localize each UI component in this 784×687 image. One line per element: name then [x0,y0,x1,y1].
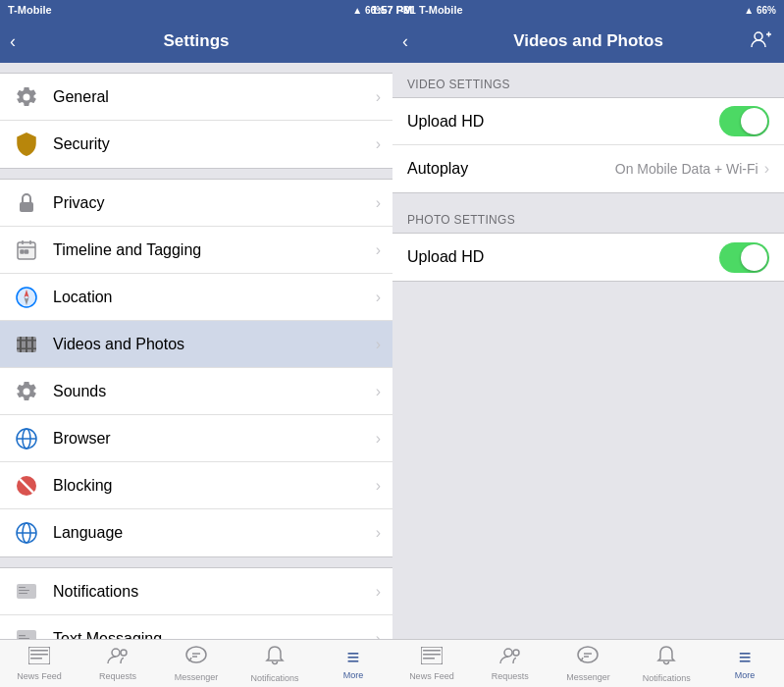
right-time: 1:57 PM [372,4,413,16]
right-tab-requests[interactable]: Requests [471,640,549,687]
news-feed-tab-icon [28,647,50,669]
svg-rect-32 [19,638,29,639]
svg-rect-36 [30,658,42,660]
svg-rect-33 [28,647,50,664]
location-label: Location [53,289,376,306]
svg-rect-5 [21,250,24,253]
right-requests-tab-icon [499,647,521,669]
left-nav-bar: ‹ Settings [0,20,392,63]
left-back-button[interactable]: ‹ [10,31,16,52]
lock-icon [12,188,41,218]
settings-item-general[interactable]: General › [0,74,392,121]
messenger-tab-icon [185,646,207,670]
settings-group-1: General › Security › [0,73,392,169]
photo-upload-hd-item: Upload HD [392,234,784,281]
video-upload-hd-knob [741,108,767,134]
film-icon [12,330,41,359]
general-label: General [53,88,376,106]
right-tab-notifications[interactable]: Notifications [627,640,706,687]
photo-upload-hd-knob [741,244,767,271]
notifications-icon [12,577,41,607]
right-signal: ▲ 66% [744,5,776,16]
svg-rect-28 [19,593,27,594]
svg-rect-14 [20,337,22,352]
left-tab-bar: News Feed Requests [0,639,392,687]
left-status-bar: T-Mobile 1:57 PM ▲ 66% [0,0,392,20]
requests-tab-label: Requests [99,671,136,681]
sounds-chevron: › [376,383,381,400]
right-messenger-tab-label: Messenger [566,672,610,682]
block-icon [12,471,41,501]
tab-notifications[interactable]: Notifications [235,640,314,687]
right-more-tab-icon: ≡ [739,647,752,668]
settings-group-2: Privacy › Timeline and Tagging › [0,179,392,557]
news-feed-tab-label: News Feed [17,671,62,681]
settings-item-sounds[interactable]: Sounds › [0,368,392,415]
text-messaging-label: Text Messaging [53,630,376,639]
svg-rect-35 [30,654,48,656]
right-notifications-tab-label: Notifications [643,673,691,683]
svg-point-50 [513,650,519,656]
tab-more[interactable]: ≡ More [314,640,392,687]
right-nav-title: Videos and Photos [513,31,663,51]
right-news-feed-tab-label: News Feed [409,671,454,681]
right-tab-news-feed[interactable]: News Feed [392,640,471,687]
right-panel: -91 T-Mobile 1:57 PM ▲ 66% ‹ Videos and … [392,0,784,687]
right-news-feed-tab-icon [421,647,443,669]
svg-rect-29 [17,630,36,639]
settings-item-videos[interactable]: Videos and Photos › [0,321,392,368]
autoplay-item[interactable]: Autoplay On Mobile Data + Wi-Fi › [392,145,784,192]
settings-item-text-messaging[interactable]: Text Messaging › [0,615,392,639]
video-upload-hd-toggle[interactable] [719,106,769,136]
notifications-label: Notifications [53,583,376,601]
settings-item-timeline[interactable]: Timeline and Tagging › [0,227,392,274]
settings-item-language[interactable]: Language › [0,509,392,556]
settings-item-blocking[interactable]: Blocking › [0,462,392,509]
svg-point-49 [504,649,512,657]
right-tab-messenger[interactable]: Messenger [549,640,628,687]
svg-rect-31 [19,635,26,636]
blocking-label: Blocking [53,477,376,495]
svg-rect-16 [26,337,27,352]
tab-news-feed[interactable]: News Feed [0,640,78,687]
right-profile-button[interactable] [751,29,772,54]
video-upload-hd-item: Upload HD [392,98,784,145]
security-chevron: › [376,135,381,153]
right-status-bar: -91 T-Mobile 1:57 PM ▲ 66% [392,0,784,20]
svg-point-42 [755,32,762,40]
photo-upload-hd-label: Upload HD [407,248,719,266]
settings-item-browser[interactable]: Browser › [0,415,392,462]
more-tab-icon: ≡ [347,647,360,668]
left-back-chevron: ‹ [10,31,16,52]
right-messenger-tab-icon [577,646,599,670]
blocking-chevron: › [376,477,381,495]
right-back-button[interactable]: ‹ [402,31,408,52]
tab-requests[interactable]: Requests [78,640,157,687]
right-more-tab-label: More [735,670,756,680]
browser-chevron: › [376,430,381,448]
settings-item-notifications[interactable]: Notifications › [0,568,392,615]
language-chevron: › [376,524,381,542]
notifications-tab-icon [265,645,285,671]
security-label: Security [53,135,376,153]
timeline-chevron: › [376,241,381,259]
language-label: Language [53,524,376,542]
svg-rect-0 [20,202,33,212]
svg-point-37 [112,649,120,657]
settings-item-security[interactable]: Security › [0,121,392,168]
text-messaging-icon [12,624,41,639]
svg-rect-15 [31,337,33,352]
photo-upload-hd-toggle[interactable] [719,242,769,273]
photo-settings-group: Upload HD [392,233,784,282]
settings-item-location[interactable]: Location › [0,274,392,321]
svg-rect-47 [423,654,441,656]
settings-item-privacy[interactable]: Privacy › [0,180,392,227]
privacy-chevron: › [376,194,381,212]
right-tab-more[interactable]: ≡ More [706,640,784,687]
right-content: VIDEO SETTINGS Upload HD Autoplay On Mob… [392,63,784,639]
video-settings-header: VIDEO SETTINGS [392,78,784,97]
left-settings-list: General › Security › [0,63,392,639]
tab-messenger[interactable]: Messenger [157,640,235,687]
video-upload-hd-label: Upload HD [407,113,719,131]
svg-rect-34 [30,650,48,652]
